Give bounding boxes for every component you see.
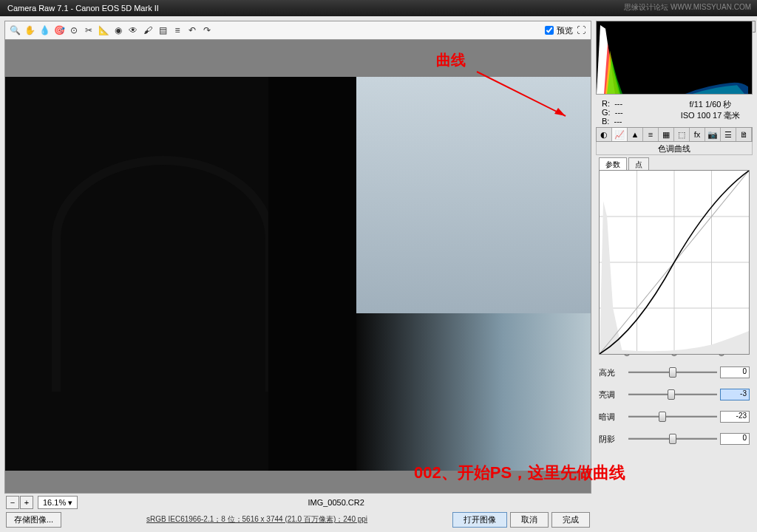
footer-bar: 存储图像... sRGB IEC61966-2.1；8 位；5616 x 374… [4,511,591,528]
slider-lights: 亮调 -3 [599,386,750,403]
rotate-ccw-icon[interactable]: ↶ [186,24,199,37]
tone-curve-chart[interactable] [599,170,750,355]
svg-line-0 [477,72,566,116]
value-darks[interactable]: -23 [720,411,750,423]
watermark: 思缘设计论坛 WWW.MISSYUAN.COM [624,2,751,13]
value-lights[interactable]: -3 [720,389,750,400]
targeted-adjust-icon[interactable]: ⊙ [67,24,81,37]
slider-track-lights[interactable] [628,389,717,400]
tab-lens-icon[interactable]: ⬚ [674,128,690,141]
title-text: Camera Raw 7.1 - Canon EOS 5D Mark II [7,4,159,13]
tab-presets-icon[interactable]: ☰ [721,128,736,141]
zoom-out-button[interactable]: − [6,496,19,509]
open-image-button[interactable]: 打开图像 [452,512,507,528]
bottom-info-bar: − + 16.1% ▾ IMG_0050.CR2 [4,494,591,511]
preview-check-input[interactable] [545,26,554,35]
crop-tool-icon[interactable]: ✂ [82,24,95,37]
svg-marker-1 [554,108,566,116]
rotate-cw-icon[interactable]: ↷ [200,24,214,37]
zoom-in-button[interactable]: + [20,496,33,509]
slider-shadows: 阴影 0 [599,430,750,448]
slider-darks: 暗调 -23 [599,408,750,426]
workflow-options-link[interactable]: sRGB IEC61966-2.1；8 位；5616 x 3744 (21.0 … [61,514,452,525]
histogram[interactable] [596,21,753,95]
preview-checkbox[interactable]: 预览 [545,25,573,36]
subtab-parametric[interactable]: 参数 [599,157,627,170]
cancel-button[interactable]: 取消 [510,512,549,528]
subtab-point[interactable]: 点 [628,157,649,170]
right-pane: R: --- G: --- B: --- f/11 1/60 秒 ISO 100… [596,16,757,532]
parametric-sliders: 高光 0 亮调 -3 暗调 -23 阴影 [596,359,753,457]
slider-highlights: 高光 0 [599,364,750,381]
done-button[interactable]: 完成 [551,512,590,528]
tab-snapshots-icon[interactable]: 🗎 [736,128,752,141]
zoom-level-dropdown[interactable]: 16.1% ▾ [38,496,78,509]
panel-tab-strip: ◐ 📈 ▲ ≡ ▦ ⬚ fx 📷 ☰ 🗎 [596,127,753,142]
redeye-icon[interactable]: 👁 [126,24,140,37]
annotation-arrow-icon [473,68,569,120]
adjustment-brush-icon[interactable]: 🖌 [141,24,155,37]
tab-hsl-icon[interactable]: ≡ [643,128,659,141]
tab-fx-icon[interactable]: fx [690,128,705,141]
slider-track-shadows[interactable] [628,434,717,444]
zoom-tool-icon[interactable]: 🔍 [8,24,21,37]
annotation-curve: 曲线 [436,50,466,70]
prefs-icon[interactable]: ≡ [171,24,184,37]
slider-track-darks[interactable] [628,412,717,422]
tab-detail-icon[interactable]: ▲ [628,128,643,141]
tab-curve-icon[interactable]: 📈 [612,128,628,141]
graduated-filter-icon[interactable]: ▤ [156,24,169,37]
left-pane: 🔍 ✋ 💧 🎯 ⊙ ✂ 📐 ◉ 👁 🖌 ▤ ≡ ↶ ↷ 预览 ⛶ [0,16,596,532]
spot-removal-icon[interactable]: ◉ [112,24,125,37]
info-readout: R: --- G: --- B: --- f/11 1/60 秒 ISO 100… [596,98,753,127]
white-balance-icon[interactable]: 💧 [38,24,51,37]
annotation-bottom: 002、开始PS，这里先做曲线 [414,462,625,484]
photo-preview [5,77,591,471]
color-sampler-icon[interactable]: 🎯 [52,24,66,37]
save-image-button[interactable]: 存储图像... [6,512,61,528]
hand-tool-icon[interactable]: ✋ [23,24,36,37]
panel-title: 色调曲线 [596,142,753,155]
value-highlights[interactable]: 0 [720,366,750,378]
filename-label: IMG_0050.CR2 [82,498,590,507]
curve-subtabs: 参数 点 [596,155,753,170]
toolbar: 🔍 ✋ 💧 🎯 ⊙ ✂ 📐 ◉ 👁 🖌 ▤ ≡ ↶ ↷ 预览 ⛶ [4,21,591,40]
tab-split-icon[interactable]: ▦ [659,128,674,141]
fullscreen-icon[interactable]: ⛶ [574,24,588,37]
tab-basic-icon[interactable]: ◐ [597,128,612,141]
value-shadows[interactable]: 0 [720,433,750,445]
slider-track-highlights[interactable] [628,367,717,378]
preview-label: 预览 [557,25,573,36]
straighten-icon[interactable]: 📐 [97,24,110,37]
tab-camera-icon[interactable]: 📷 [705,128,721,141]
